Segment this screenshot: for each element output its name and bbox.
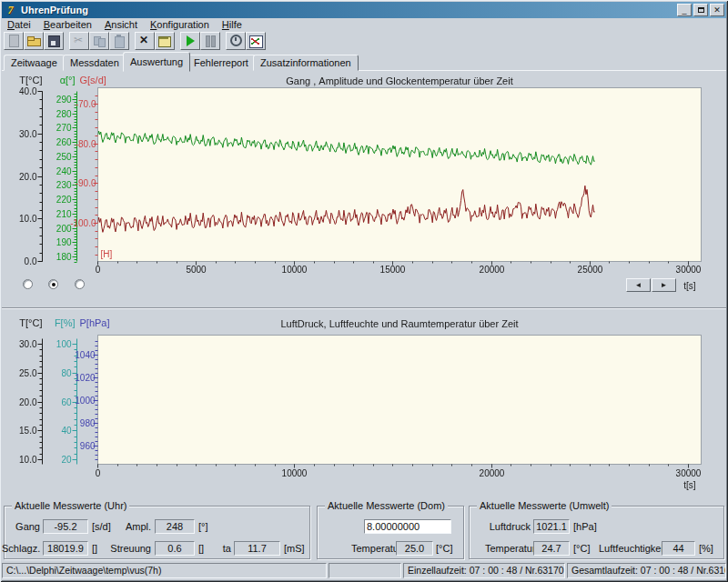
dom-temperatur-value: 25.0 (396, 541, 433, 556)
pause-icon (203, 35, 217, 47)
tab-messdaten[interactable]: Messdaten (63, 55, 126, 71)
scroll-right-button[interactable]: ► (652, 278, 676, 292)
save-floppy-icon (46, 35, 61, 47)
ta-label: ta (209, 542, 231, 555)
ta-unit: [mS] (284, 542, 305, 555)
new-file-icon (6, 35, 21, 47)
streuung-unit: [] (198, 542, 204, 555)
menu-datei[interactable]: Datei (7, 19, 31, 31)
dom-temperatur-label: Temperatur (351, 542, 393, 555)
dom-temperatur-unit: [°C] (436, 542, 452, 555)
paste-icon (112, 35, 126, 47)
app-icon: 7 (4, 4, 17, 16)
radio-axis-g[interactable] (75, 279, 85, 289)
panel-uhr-title: Aktuelle Messwerte (Uhr) (12, 500, 129, 511)
luftfeuchtigkeit-label: Luftfeuchtigkeit (599, 542, 659, 555)
properties-window-icon (157, 35, 172, 47)
tab-strip: Zeitwaage Messdaten Auswertung Fehlerrep… (2, 52, 726, 71)
schlagz-value: 18019.9 (43, 541, 88, 556)
umwelt-temperatur-value: 24.7 (533, 541, 570, 556)
menu-bearbeiten[interactable]: Bearbeiten (44, 19, 92, 31)
pause-button[interactable] (200, 32, 220, 50)
panel-dom-title: Aktuelle Messwerte (Dom) (325, 500, 448, 511)
title-bar: 7 UhrenPrüfung _ ✕ (2, 2, 726, 18)
luftdruck-unit: [hPa] (573, 520, 597, 533)
ta-value: 11.7 (234, 541, 280, 556)
status-einzellaufzeit: Einzellaufzeit: 07 : 00 : 48 / Nr.63170 (403, 563, 565, 578)
tab-auswertung[interactable]: Auswertung (123, 52, 190, 72)
ampl-label: Ampl. (109, 520, 151, 533)
tab-fehlerreport[interactable]: Fehlerreport (187, 55, 256, 71)
streuung-label: Streuung (109, 542, 151, 555)
status-file-path: C:\...\Delphi\Zeitwaage\temp\vus(7h) (2, 563, 327, 578)
umwelt-chart (0, 314, 728, 496)
status-empty (329, 563, 401, 578)
maximize-button[interactable] (693, 4, 708, 16)
timer-button[interactable] (226, 32, 246, 50)
delete-button[interactable] (135, 32, 155, 50)
radio-dot (52, 283, 56, 286)
open-folder-icon (26, 35, 41, 47)
luftdruck-value: 1021.1 (533, 519, 570, 534)
arrow-left-icon: ◄ (635, 281, 642, 289)
ampl-unit: [°] (198, 520, 208, 533)
menu-ansicht[interactable]: Ansicht (105, 19, 137, 31)
radio-axis-alpha[interactable] (48, 279, 58, 289)
ampl-value: 248 (155, 519, 195, 534)
chart-icon (248, 35, 263, 47)
paste-button[interactable] (109, 32, 129, 50)
luftdruck-label: Luftdruck (489, 520, 531, 533)
schlagz-label: Schlagz. (2, 542, 40, 555)
umwelt-temperatur-label: Temperatur (485, 542, 531, 555)
umwelt-temperatur-unit: [°C] (573, 542, 590, 555)
copy-icon (92, 35, 106, 47)
gang-amplitude-chart (0, 71, 728, 307)
dom-value-input[interactable] (364, 519, 451, 534)
clock-icon (228, 35, 243, 47)
close-button[interactable]: ✕ (710, 4, 724, 16)
menu-bar: Datei Bearbeiten Ansicht Konfiguration H… (2, 18, 726, 32)
panel-umwelt-title: Aktuelle Messwerte (Umwelt) (477, 500, 612, 511)
toolbar (2, 32, 726, 52)
tab-zusatzinformationen[interactable]: Zusatzinformationen (253, 55, 359, 71)
status-bar: C:\...\Delphi\Zeitwaage\temp\vus(7h) Ein… (2, 563, 726, 579)
arrow-right-icon: ► (661, 281, 668, 289)
radio-axis-t[interactable] (23, 279, 33, 289)
streuung-value: 0.6 (155, 541, 195, 556)
gang-value: -95.2 (43, 519, 88, 534)
menu-hilfe[interactable]: Hilfe (222, 19, 242, 31)
new-button[interactable] (4, 32, 24, 50)
chart-divider (2, 307, 726, 309)
luftfeuchtigkeit-value: 44 (662, 541, 695, 556)
menu-konfiguration[interactable]: Konfiguration (150, 19, 209, 31)
report-button[interactable] (246, 32, 266, 50)
open-button[interactable] (24, 32, 44, 50)
scroll-left-button[interactable]: ◄ (626, 278, 651, 292)
save-button[interactable] (44, 32, 64, 50)
gang-label: Gang (7, 520, 40, 533)
tab-zeitwaage[interactable]: Zeitwaage (4, 55, 65, 71)
play-icon (183, 35, 197, 47)
scissors-icon (72, 35, 86, 47)
status-gesamtlaufzeit: Gesamtlaufzeit: 07 : 00 : 48 / Nr.63169 (567, 563, 726, 578)
copy-button[interactable] (89, 32, 109, 50)
start-button[interactable] (180, 32, 200, 50)
gang-unit: [s/d] (92, 520, 111, 533)
delete-x-icon (137, 35, 152, 47)
app-window: 7 UhrenPrüfung _ ✕ Datei Bearbeiten Ansi… (0, 0, 728, 582)
cut-button[interactable] (69, 32, 89, 50)
luftfeuchtigkeit-unit: [%] (699, 542, 713, 555)
properties-button[interactable] (155, 32, 175, 50)
schlagz-unit: [] (92, 542, 97, 555)
minimize-button[interactable]: _ (677, 4, 692, 16)
window-title: UhrenPrüfung (21, 5, 675, 15)
maximize-icon (698, 7, 704, 13)
